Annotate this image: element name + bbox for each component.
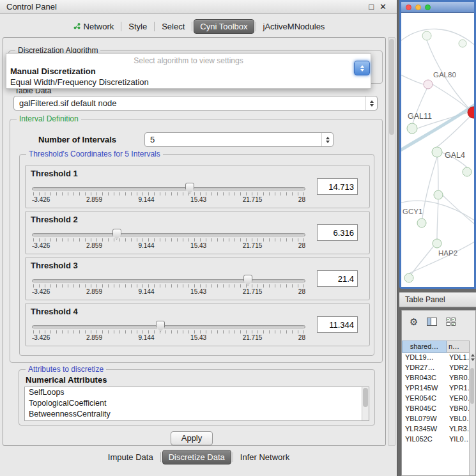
table-cell[interactable]: YBL079W	[402, 414, 447, 424]
network-node-gal4[interactable]	[432, 147, 442, 157]
combo-stepper-icon[interactable]	[321, 133, 333, 146]
table-row[interactable]: YPR145WYPR1…	[402, 383, 469, 394]
threshold-slider[interactable]: -3.4262.8599.14415.4321.71528	[32, 228, 305, 252]
menu-item-equal-width-frequency[interactable]: Equal Width/Frequency Discretization	[6, 77, 371, 88]
list-item[interactable]: BetweennessCentrality	[25, 409, 369, 420]
threshold-value-field[interactable]	[317, 270, 358, 287]
close-traffic-light[interactable]	[406, 4, 411, 10]
settings-gear-icon[interactable]: ⚙	[410, 317, 418, 326]
minimize-traffic-light[interactable]	[415, 4, 421, 10]
menu-item-manual-discretization[interactable]: Manual Discretization	[6, 66, 371, 77]
slider-tick-label: 15.43	[190, 288, 206, 295]
table-row[interactable]: YDR27…YDR2…	[402, 363, 469, 373]
table-toolbar: ⚙	[402, 311, 475, 332]
table-row[interactable]: YLR345WYLR3…	[402, 424, 469, 434]
tab-label: Infer Network	[240, 452, 289, 462]
tab-cyni-toolbox[interactable]: Cyni Toolbox	[194, 19, 254, 34]
column-header-shared-name[interactable]: shared…	[402, 341, 447, 353]
tab-label: Network	[84, 22, 114, 31]
threshold-value-field[interactable]	[317, 178, 358, 195]
table-cell[interactable]: YBR045C	[402, 404, 447, 414]
slider-track[interactable]	[32, 187, 305, 190]
threshold-slider[interactable]: -3.4262.8599.14415.4321.71528	[32, 182, 305, 206]
table-cell[interactable]: YDR27…	[402, 363, 447, 373]
network-node-gal80[interactable]	[424, 80, 433, 89]
network-canvas[interactable]: GAL80 GAL11 GAL4 GCY1 HAP2	[401, 13, 474, 287]
network-window-titlebar[interactable]	[401, 2, 474, 13]
table-cell[interactable]: YIL0…	[447, 434, 469, 445]
table-cell[interactable]: YER054C	[402, 394, 447, 404]
float-window-icon[interactable]: □	[369, 2, 374, 12]
table-cell[interactable]: YDL19…	[402, 353, 447, 363]
table-cell[interactable]: YBR0…	[447, 404, 469, 414]
table-cell[interactable]: YBR0…	[447, 373, 469, 383]
column-header-name[interactable]: n…	[447, 341, 470, 353]
table-row[interactable]: YBR043CYBR0…	[402, 373, 469, 383]
list-scrollbar[interactable]	[362, 387, 369, 420]
table-data-combo[interactable]: galFiltered.sif default node	[13, 96, 378, 111]
scrollbar-thumb[interactable]	[363, 388, 368, 407]
columns-layout-icon[interactable]	[427, 318, 437, 326]
table-cell[interactable]: YPR1…	[447, 383, 469, 394]
attributes-group: Attributes to discretize Numerical Attri…	[19, 369, 375, 426]
table-cell[interactable]: YLR345W	[402, 424, 447, 434]
close-icon[interactable]: ✕	[380, 2, 387, 12]
network-node-gcy1[interactable]	[417, 219, 426, 227]
table-cell[interactable]: YDL1…	[447, 353, 469, 363]
apply-button[interactable]: Apply	[171, 431, 213, 445]
network-node-gal11[interactable]	[407, 123, 417, 134]
tab-discretize-data[interactable]: Discretize Data	[162, 450, 231, 464]
row-selection-icons[interactable]	[446, 318, 460, 326]
table-cell[interactable]: YER0…	[447, 394, 469, 404]
algorithm-combo-stepper[interactable]	[354, 61, 370, 75]
table-cell[interactable]: YLR3…	[447, 424, 469, 434]
slider-tick-label: 15.43	[190, 242, 206, 249]
zoom-traffic-light[interactable]	[425, 4, 431, 10]
numerical-attributes-label: Numerical Attributes	[26, 375, 107, 385]
slider-track[interactable]	[32, 233, 305, 236]
table-row[interactable]: YIL052CYIL0…	[402, 434, 469, 445]
threshold-slider[interactable]: -3.4262.8599.14415.4321.71528	[32, 274, 305, 298]
tab-jactivemodules[interactable]: jActiveMNodules	[257, 20, 331, 33]
slider-track[interactable]	[32, 325, 305, 328]
tab-infer-network[interactable]: Infer Network	[234, 450, 295, 464]
tab-style[interactable]: Style	[123, 20, 153, 33]
table-row[interactable]: YER054CYER0…	[402, 394, 469, 404]
slider-track[interactable]	[32, 279, 305, 282]
combo-stepper-icon[interactable]	[365, 96, 377, 110]
tab-select[interactable]: Select	[156, 20, 190, 33]
control-panel-scrollbar[interactable]	[388, 37, 395, 446]
table-cell[interactable]: YIL052C	[402, 434, 447, 445]
table-cell[interactable]: YPR145W	[402, 383, 447, 394]
network-node[interactable]	[434, 190, 443, 199]
network-node-hap2[interactable]	[433, 239, 441, 248]
table-cell[interactable]: YBL0…	[447, 414, 469, 424]
network-node[interactable]	[404, 273, 413, 282]
list-item[interactable]: SelfLoops	[25, 387, 369, 398]
network-node[interactable]	[463, 167, 472, 176]
tab-divider	[154, 22, 155, 31]
scrollbar-thumb[interactable]	[470, 368, 474, 404]
table-cell[interactable]: YBR043C	[402, 373, 447, 383]
scrollbar-arrows[interactable]	[470, 354, 475, 361]
slider-tick-label: 9.144	[139, 334, 155, 341]
table-row[interactable]: YBL079WYBL0…	[402, 414, 469, 424]
tab-network[interactable]: Network	[67, 20, 120, 33]
tab-impute-data[interactable]: Impute Data	[102, 450, 159, 464]
table-row[interactable]: YBR045CYBR0…	[402, 404, 469, 414]
table-row[interactable]: YDL19…YDL1…	[402, 353, 469, 363]
table-cell[interactable]: YDR2…	[447, 363, 469, 373]
list-item[interactable]: TopologicalCoefficient	[25, 398, 369, 409]
network-node[interactable]	[422, 31, 431, 40]
tab-divider	[233, 452, 233, 462]
threshold-slider[interactable]: -3.4262.8599.14415.4321.71528	[32, 320, 305, 344]
threshold-value-field[interactable]	[317, 316, 358, 333]
algorithm-dropdown-menu: Select algorithm to view settings Manual…	[6, 53, 371, 89]
scrollbar-thumb[interactable]	[389, 39, 394, 135]
threshold-value-field[interactable]	[317, 224, 358, 241]
number-of-intervals-combo[interactable]: 5	[144, 132, 334, 147]
network-node[interactable]	[459, 40, 466, 47]
slider-ticks	[33, 192, 304, 196]
table-scrollbar[interactable]	[469, 353, 475, 475]
slider-tick-label: 9.144	[139, 288, 155, 295]
